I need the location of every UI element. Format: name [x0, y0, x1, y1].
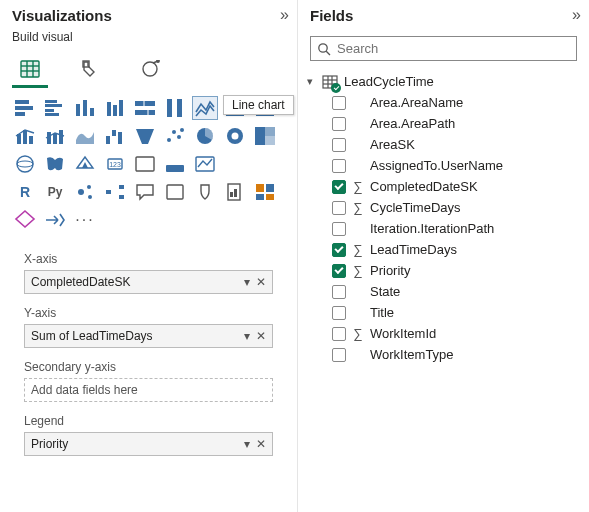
viz-kpi[interactable] — [192, 152, 218, 176]
viz-gauge[interactable]: 123 — [102, 152, 128, 176]
viz-ribbon[interactable] — [72, 124, 98, 148]
tab-format[interactable] — [72, 52, 108, 88]
legend-dropdown-icon[interactable]: ▾ — [244, 437, 250, 451]
viz-filled-map[interactable] — [42, 152, 68, 176]
expand-icon[interactable]: ▾ — [304, 75, 316, 88]
field-checkbox[interactable] — [332, 285, 346, 299]
viz-funnel[interactable] — [132, 124, 158, 148]
field-row[interactable]: AssignedTo.UserName — [302, 155, 585, 176]
viz-treemap[interactable] — [252, 124, 278, 148]
viz-clustered-column[interactable] — [72, 96, 98, 120]
sigma-icon: ∑ — [352, 326, 364, 341]
field-row[interactable]: ∑CycleTimeDays — [302, 197, 585, 218]
field-row[interactable]: ∑WorkItemId — [302, 323, 585, 344]
viz-line-clustered-column[interactable] — [12, 124, 38, 148]
field-checkbox[interactable] — [332, 180, 346, 194]
viz-key-influencers[interactable] — [72, 180, 98, 204]
field-row[interactable]: Iteration.IterationPath — [302, 218, 585, 239]
secondary-yaxis-well[interactable]: Add data fields here — [24, 378, 273, 402]
svg-rect-34 — [23, 130, 27, 144]
viz-100-stacked-bar[interactable] — [132, 96, 158, 120]
svg-rect-90 — [256, 184, 264, 192]
collapse-visualizations-icon[interactable]: » — [280, 6, 285, 24]
field-checkbox[interactable] — [332, 117, 346, 131]
svg-rect-14 — [45, 109, 54, 112]
table-row[interactable]: ▾ LeadCycleTime — [302, 71, 585, 92]
viz-100-stacked-column[interactable] — [162, 96, 188, 120]
yaxis-well[interactable]: Sum of LeadTimeDays ▾✕ — [24, 324, 273, 348]
viz-azure-map[interactable] — [72, 152, 98, 176]
field-row[interactable]: WorkItemType — [302, 344, 585, 365]
field-checkbox[interactable] — [332, 243, 346, 257]
field-checkbox[interactable] — [332, 348, 346, 362]
viz-slicer[interactable] — [222, 152, 248, 176]
field-checkbox[interactable] — [332, 96, 346, 110]
viz-decomposition[interactable] — [102, 180, 128, 204]
field-checkbox[interactable] — [332, 138, 346, 152]
viz-more[interactable]: ··· — [72, 208, 98, 232]
xaxis-well[interactable]: CompletedDateSK ▾✕ — [24, 270, 273, 294]
search-input[interactable] — [337, 41, 570, 56]
viz-card[interactable] — [132, 152, 158, 176]
visualizations-title: Visualizations — [12, 7, 112, 24]
field-row[interactable]: ∑LeadTimeDays — [302, 239, 585, 260]
field-checkbox[interactable] — [332, 201, 346, 215]
field-row[interactable]: ∑CompletedDateSK — [302, 176, 585, 197]
field-checkbox[interactable] — [332, 222, 346, 236]
viz-multi-row-card[interactable] — [162, 152, 188, 176]
viz-paginated[interactable] — [222, 180, 248, 204]
svg-point-75 — [88, 195, 92, 199]
visualization-gallery: Line chart 123 R Py — [0, 88, 297, 236]
field-name: WorkItemType — [370, 347, 585, 362]
yaxis-remove-icon[interactable]: ✕ — [256, 329, 266, 343]
viz-pie[interactable] — [192, 124, 218, 148]
viz-stacked-bar[interactable] — [12, 96, 38, 120]
field-row[interactable]: Area.AreaName — [302, 92, 585, 113]
svg-point-45 — [177, 135, 181, 139]
svg-rect-89 — [234, 189, 237, 197]
viz-goals[interactable] — [192, 180, 218, 204]
viz-arrow[interactable] — [42, 208, 68, 232]
field-name: Area.AreaName — [370, 95, 585, 110]
field-row[interactable]: ∑Priority — [302, 260, 585, 281]
collapse-fields-icon[interactable]: » — [572, 6, 577, 24]
svg-rect-61 — [166, 156, 184, 163]
field-checkbox[interactable] — [332, 327, 346, 341]
viz-donut[interactable] — [222, 124, 248, 148]
viz-tabs — [0, 48, 297, 88]
viz-table[interactable] — [252, 152, 278, 176]
viz-power-automate[interactable] — [252, 180, 278, 204]
xaxis-remove-icon[interactable]: ✕ — [256, 275, 266, 289]
viz-map[interactable] — [12, 152, 38, 176]
viz-stacked-column[interactable] — [102, 96, 128, 120]
viz-r-script[interactable]: R — [12, 180, 38, 204]
viz-python-script[interactable]: Py — [42, 180, 68, 204]
tab-analytics[interactable] — [132, 52, 168, 88]
svg-rect-91 — [266, 184, 274, 192]
field-row[interactable]: State — [302, 281, 585, 302]
field-row[interactable]: Area.AreaPath — [302, 113, 585, 134]
viz-qa[interactable] — [132, 180, 158, 204]
svg-marker-94 — [16, 211, 34, 227]
viz-scatter[interactable] — [162, 124, 188, 148]
xaxis-dropdown-icon[interactable]: ▾ — [244, 275, 250, 289]
field-row[interactable]: AreaSK — [302, 134, 585, 155]
viz-line-stacked-column[interactable] — [42, 124, 68, 148]
viz-waterfall[interactable] — [102, 124, 128, 148]
build-visual-label: Build visual — [0, 28, 297, 48]
viz-clustered-bar[interactable] — [42, 96, 68, 120]
viz-smart-narrative[interactable] — [162, 180, 188, 204]
svg-point-54 — [17, 156, 33, 172]
legend-well[interactable]: Priority ▾✕ — [24, 432, 273, 456]
yaxis-dropdown-icon[interactable]: ▾ — [244, 329, 250, 343]
viz-line[interactable]: Line chart — [192, 96, 218, 120]
field-checkbox[interactable] — [332, 159, 346, 173]
tab-build[interactable] — [12, 52, 48, 88]
viz-shape[interactable] — [12, 207, 38, 231]
field-checkbox[interactable] — [332, 264, 346, 278]
search-box[interactable] — [310, 36, 577, 61]
legend-remove-icon[interactable]: ✕ — [256, 437, 266, 451]
svg-rect-23 — [135, 110, 155, 115]
field-row[interactable]: Title — [302, 302, 585, 323]
field-checkbox[interactable] — [332, 306, 346, 320]
